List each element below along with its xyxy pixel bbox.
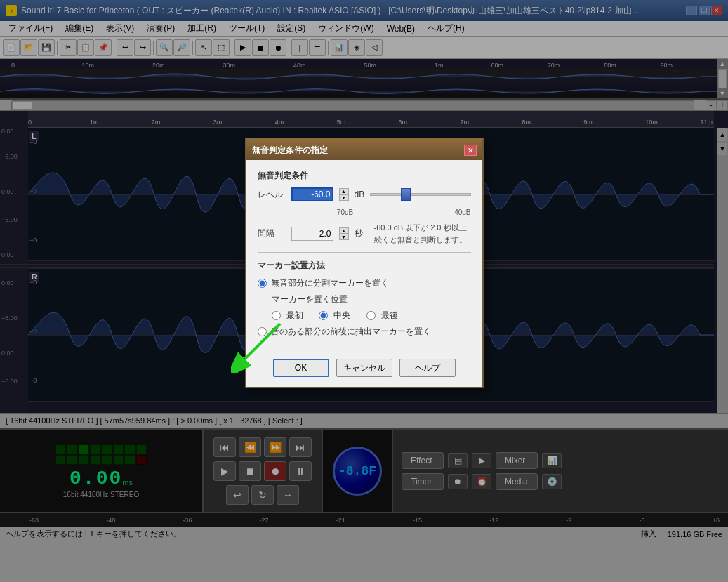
level-slider-track[interactable] — [370, 193, 470, 196]
level-slider-container — [370, 187, 470, 201]
silence-dialog: 無音判定条件の指定 ✕ 無音判定条件 レベル ▲ ▼ dB — [245, 138, 484, 388]
interval-spin-up[interactable]: ▲ — [339, 227, 349, 234]
info-text: -60.0 dB 以下が 2.0 秒以上続くと無音と判断します。 — [374, 222, 467, 245]
level-spin-down[interactable]: ▼ — [339, 194, 349, 201]
radio5[interactable] — [258, 327, 267, 336]
level-row: レベル ▲ ▼ dB — [258, 187, 471, 201]
slider-labels: -70dB -40dB — [335, 209, 471, 216]
btn-help[interactable]: ヘルプ — [399, 359, 456, 377]
radio2-label: 最初 — [286, 310, 303, 322]
dialog-content: 無音判定条件 レベル ▲ ▼ dB -70dB -40dB — [246, 160, 482, 352]
level-spin-up[interactable]: ▲ — [339, 188, 349, 194]
radio4-label: 最後 — [381, 310, 398, 322]
radio-center[interactable] — [319, 311, 328, 320]
radio5-label: 音のある部分の前後に抽出マーカーを置く — [271, 326, 431, 338]
level-slider-thumb[interactable] — [401, 188, 411, 201]
interval-spinner[interactable]: ▲ ▼ — [339, 227, 349, 240]
sub-label-row: マーカーを置く位置 — [272, 293, 471, 305]
info-text-container: -60.0 dB 以下が 2.0 秒以上続くと無音と判断します。 — [374, 222, 467, 245]
section1-label: 無音判定条件 — [258, 170, 471, 182]
dialog-button-row: OK キャンセル ヘルプ — [246, 352, 482, 387]
level-unit: dB — [355, 190, 365, 199]
section2-label: マーカー設置方法 — [258, 260, 471, 272]
radio5-row: 音のある部分の前後に抽出マーカーを置く — [258, 326, 471, 338]
radio3-label: 中央 — [333, 310, 350, 322]
interval-row: 間隔 ▲ ▼ 秒 -60.0 dB 以下が 2.0 秒以上続くと無音と判断します… — [258, 222, 471, 245]
sub-section-label: マーカーを置く位置 — [272, 293, 348, 305]
radio-first[interactable] — [272, 311, 281, 320]
dialog-title: 無音判定条件の指定 — [252, 145, 464, 157]
interval-spin-down[interactable]: ▼ — [339, 234, 349, 240]
interval-input[interactable] — [291, 227, 333, 241]
radio-position-row: 最初 中央 最後 — [272, 310, 471, 322]
radio1-label: 無音部分に分割マーカーを置く — [271, 277, 389, 289]
dialog-close-button[interactable]: ✕ — [464, 145, 477, 156]
interval-label: 間隔 — [258, 227, 286, 239]
radio1-row: 無音部分に分割マーカーを置く — [258, 277, 471, 289]
marker-section: 無音部分に分割マーカーを置く マーカーを置く位置 最初 中央 最後 — [258, 277, 471, 338]
slider-right-label: -40dB — [452, 209, 471, 216]
modal-divider-1 — [258, 252, 471, 253]
btn-cancel[interactable]: キャンセル — [336, 359, 392, 377]
radio1[interactable] — [258, 279, 267, 288]
dialog-titlebar: 無音判定条件の指定 ✕ — [246, 140, 482, 160]
level-spinner[interactable]: ▲ ▼ — [339, 188, 349, 201]
level-label: レベル — [258, 189, 286, 201]
modal-overlay: 無音判定条件の指定 ✕ 無音判定条件 レベル ▲ ▼ dB — [0, 0, 728, 582]
btn-ok[interactable]: OK — [273, 359, 329, 377]
slider-left-label: -70dB — [335, 209, 354, 216]
radio-last[interactable] — [366, 311, 376, 320]
interval-unit: 秒 — [355, 227, 363, 239]
level-input[interactable] — [291, 187, 333, 201]
